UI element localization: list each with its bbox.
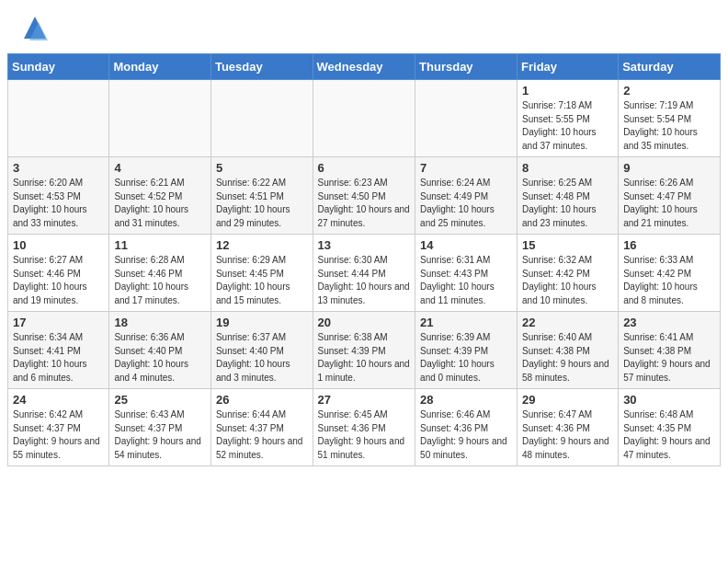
logo: [18, 13, 55, 46]
day-cell: 18Sunrise: 6:36 AMSunset: 4:40 PMDayligh…: [109, 312, 211, 389]
day-info: Sunrise: 6:25 AMSunset: 4:48 PMDaylight:…: [522, 177, 613, 230]
day-cell: 14Sunrise: 6:31 AMSunset: 4:43 PMDayligh…: [415, 235, 518, 312]
week-row-5: 24Sunrise: 6:42 AMSunset: 4:37 PMDayligh…: [8, 389, 721, 466]
day-cell: 15Sunrise: 6:32 AMSunset: 4:42 PMDayligh…: [518, 235, 619, 312]
day-info: Sunrise: 6:46 AMSunset: 4:36 PMDaylight:…: [420, 408, 512, 462]
day-info: Sunrise: 6:21 AMSunset: 4:52 PMDaylight:…: [114, 177, 206, 230]
day-cell: 26Sunrise: 6:44 AMSunset: 4:37 PMDayligh…: [210, 389, 313, 466]
day-number: 25: [114, 393, 206, 407]
day-cell: 12Sunrise: 6:29 AMSunset: 4:45 PMDayligh…: [210, 235, 313, 312]
day-number: 30: [623, 393, 715, 407]
day-info: Sunrise: 6:26 AMSunset: 4:47 PMDaylight:…: [623, 177, 715, 230]
week-row-3: 10Sunrise: 6:27 AMSunset: 4:46 PMDayligh…: [8, 235, 721, 312]
day-info: Sunrise: 6:34 AMSunset: 4:41 PMDaylight:…: [13, 331, 104, 385]
day-info: Sunrise: 6:36 AMSunset: 4:40 PMDaylight:…: [114, 331, 206, 385]
day-number: 21: [420, 316, 512, 329]
day-cell: 8Sunrise: 6:25 AMSunset: 4:48 PMDaylight…: [518, 157, 619, 235]
day-number: 10: [13, 238, 104, 252]
day-cell: 3Sunrise: 6:20 AMSunset: 4:53 PMDaylight…: [8, 157, 109, 235]
day-number: 22: [522, 316, 613, 329]
day-number: 14: [420, 238, 512, 252]
day-number: 17: [13, 316, 104, 329]
day-info: Sunrise: 6:20 AMSunset: 4:53 PMDaylight:…: [13, 177, 104, 230]
calendar-table: SundayMondayTuesdayWednesdayThursdayFrid…: [7, 53, 721, 466]
day-cell: 7Sunrise: 6:24 AMSunset: 4:49 PMDaylight…: [415, 157, 518, 235]
day-cell: 28Sunrise: 6:46 AMSunset: 4:36 PMDayligh…: [415, 389, 518, 466]
day-number: 16: [623, 238, 715, 252]
day-info: Sunrise: 7:19 AMSunset: 5:54 PMDaylight:…: [623, 99, 715, 153]
day-cell: 19Sunrise: 6:37 AMSunset: 4:40 PMDayligh…: [210, 312, 313, 389]
day-header-wednesday: Wednesday: [313, 54, 415, 80]
day-number: 15: [522, 238, 613, 252]
day-cell: 23Sunrise: 6:41 AMSunset: 4:38 PMDayligh…: [619, 312, 721, 389]
day-info: Sunrise: 6:23 AMSunset: 4:50 PMDaylight:…: [318, 177, 411, 230]
day-cell: 16Sunrise: 6:33 AMSunset: 4:42 PMDayligh…: [619, 235, 721, 312]
day-cell: 9Sunrise: 6:26 AMSunset: 4:47 PMDaylight…: [619, 157, 721, 235]
day-info: Sunrise: 6:31 AMSunset: 4:43 PMDaylight:…: [420, 254, 512, 307]
day-cell: 4Sunrise: 6:21 AMSunset: 4:52 PMDaylight…: [109, 157, 211, 235]
calendar-body: 1Sunrise: 7:18 AMSunset: 5:55 PMDaylight…: [8, 80, 721, 466]
day-header-saturday: Saturday: [619, 54, 721, 80]
day-cell: [210, 80, 313, 157]
page-header: [0, 0, 728, 53]
day-cell: [313, 80, 415, 157]
day-number: 28: [420, 393, 512, 407]
day-number: 29: [522, 393, 613, 407]
day-header-sunday: Sunday: [8, 54, 109, 80]
day-cell: 20Sunrise: 6:38 AMSunset: 4:39 PMDayligh…: [313, 312, 415, 389]
day-info: Sunrise: 6:42 AMSunset: 4:37 PMDaylight:…: [13, 408, 104, 462]
day-info: Sunrise: 6:30 AMSunset: 4:44 PMDaylight:…: [318, 254, 411, 307]
day-number: 12: [216, 238, 308, 252]
day-number: 4: [114, 161, 206, 175]
day-info: Sunrise: 6:38 AMSunset: 4:39 PMDaylight:…: [318, 331, 411, 385]
day-number: 23: [623, 316, 715, 329]
day-header-tuesday: Tuesday: [210, 54, 313, 80]
day-info: Sunrise: 6:28 AMSunset: 4:46 PMDaylight:…: [114, 254, 206, 307]
day-cell: 30Sunrise: 6:48 AMSunset: 4:35 PMDayligh…: [619, 389, 721, 466]
week-row-2: 3Sunrise: 6:20 AMSunset: 4:53 PMDaylight…: [8, 157, 721, 235]
day-cell: 27Sunrise: 6:45 AMSunset: 4:36 PMDayligh…: [313, 389, 415, 466]
day-number: 5: [216, 161, 308, 175]
day-info: Sunrise: 6:41 AMSunset: 4:38 PMDaylight:…: [623, 331, 715, 385]
day-number: 18: [114, 316, 206, 329]
day-info: Sunrise: 6:24 AMSunset: 4:49 PMDaylight:…: [420, 177, 512, 230]
day-number: 7: [420, 161, 512, 175]
day-cell: [415, 80, 518, 157]
day-number: 3: [13, 161, 104, 175]
day-info: Sunrise: 6:45 AMSunset: 4:36 PMDaylight:…: [318, 408, 411, 462]
day-info: Sunrise: 6:37 AMSunset: 4:40 PMDaylight:…: [216, 331, 308, 385]
day-header-monday: Monday: [109, 54, 211, 80]
day-header-friday: Friday: [518, 54, 619, 80]
day-cell: 24Sunrise: 6:42 AMSunset: 4:37 PMDayligh…: [8, 389, 109, 466]
week-row-4: 17Sunrise: 6:34 AMSunset: 4:41 PMDayligh…: [8, 312, 721, 389]
calendar-header-row: SundayMondayTuesdayWednesdayThursdayFrid…: [8, 54, 721, 80]
day-number: 24: [13, 393, 104, 407]
logo-icon: [18, 13, 51, 46]
day-number: 11: [114, 238, 206, 252]
day-info: Sunrise: 6:32 AMSunset: 4:42 PMDaylight:…: [522, 254, 613, 307]
day-cell: 29Sunrise: 6:47 AMSunset: 4:36 PMDayligh…: [518, 389, 619, 466]
day-info: Sunrise: 6:27 AMSunset: 4:46 PMDaylight:…: [13, 254, 104, 307]
day-info: Sunrise: 6:33 AMSunset: 4:42 PMDaylight:…: [623, 254, 715, 307]
day-info: Sunrise: 6:47 AMSunset: 4:36 PMDaylight:…: [522, 408, 613, 462]
day-info: Sunrise: 6:29 AMSunset: 4:45 PMDaylight:…: [216, 254, 308, 307]
day-cell: 11Sunrise: 6:28 AMSunset: 4:46 PMDayligh…: [109, 235, 211, 312]
day-header-thursday: Thursday: [415, 54, 518, 80]
day-cell: 2Sunrise: 7:19 AMSunset: 5:54 PMDaylight…: [619, 80, 721, 157]
day-cell: 10Sunrise: 6:27 AMSunset: 4:46 PMDayligh…: [8, 235, 109, 312]
day-info: Sunrise: 6:43 AMSunset: 4:37 PMDaylight:…: [114, 408, 206, 462]
day-cell: 17Sunrise: 6:34 AMSunset: 4:41 PMDayligh…: [8, 312, 109, 389]
day-cell: 21Sunrise: 6:39 AMSunset: 4:39 PMDayligh…: [415, 312, 518, 389]
day-info: Sunrise: 6:44 AMSunset: 4:37 PMDaylight:…: [216, 408, 308, 462]
day-number: 8: [522, 161, 613, 175]
day-number: 19: [216, 316, 308, 329]
day-info: Sunrise: 6:39 AMSunset: 4:39 PMDaylight:…: [420, 331, 512, 385]
day-cell: 13Sunrise: 6:30 AMSunset: 4:44 PMDayligh…: [313, 235, 415, 312]
day-cell: 5Sunrise: 6:22 AMSunset: 4:51 PMDaylight…: [210, 157, 313, 235]
day-cell: [8, 80, 109, 157]
day-number: 27: [318, 393, 411, 407]
day-info: Sunrise: 6:22 AMSunset: 4:51 PMDaylight:…: [216, 177, 308, 230]
day-cell: 1Sunrise: 7:18 AMSunset: 5:55 PMDaylight…: [518, 80, 619, 157]
day-cell: 22Sunrise: 6:40 AMSunset: 4:38 PMDayligh…: [518, 312, 619, 389]
day-cell: [109, 80, 211, 157]
